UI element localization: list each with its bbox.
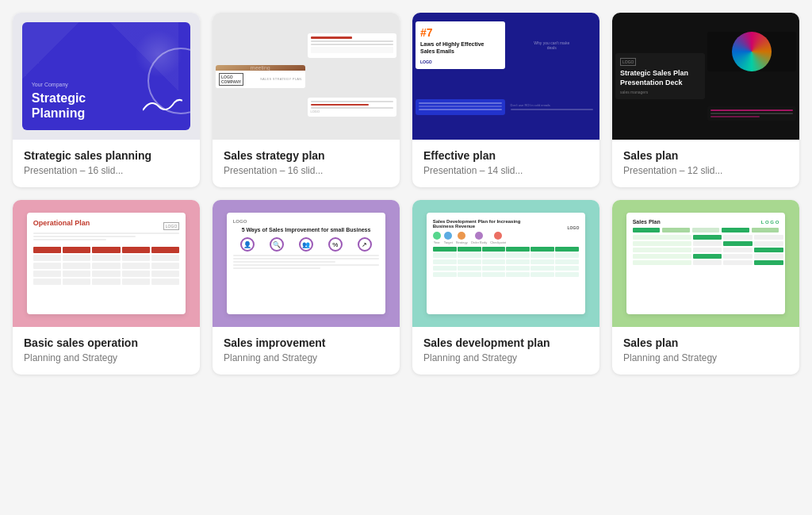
inner-doc: Operational Plan LOGO xyxy=(27,213,186,314)
card-info: Effective plan Presentation – 14 slid... xyxy=(412,140,599,187)
table-row xyxy=(33,279,180,285)
card-info: Sales plan Presentation – 12 slid... xyxy=(612,140,799,187)
sp-logo: L O G O xyxy=(761,220,779,225)
si-icon-2: 🔍 xyxy=(270,237,284,252)
table-row xyxy=(633,254,779,259)
side-text: Why you can't makedeals xyxy=(534,40,569,50)
table-row xyxy=(33,271,180,277)
op-logo: LOGO xyxy=(163,222,179,230)
si-desc-lines xyxy=(233,255,380,308)
card-title: Sales improvement xyxy=(224,336,389,349)
logo-placeholder: LOGOCOMPANY xyxy=(219,73,243,86)
table-row xyxy=(633,235,779,240)
thumbnail-sales-plan-dark: LOGO Strategic Sales PlanPresentation De… xyxy=(612,13,799,140)
sp-rows xyxy=(633,235,779,308)
side-slide-1 xyxy=(308,33,397,58)
card-subtitle: Presentation – 16 slid... xyxy=(224,165,389,176)
table-row xyxy=(433,253,580,258)
card-sales-development-plan[interactable]: Sales Development Plan for IncreasingBus… xyxy=(412,200,599,375)
dark-logo: LOGO xyxy=(620,58,636,66)
card-sales-plan-green[interactable]: Sales Plan L O G O xyxy=(612,200,799,375)
thumbnail-sales-strategy: meeting LOGOCOMPANY SALES STRATEGY PLAN … xyxy=(213,13,400,140)
si-title: 5 Ways of Sales Improvement for small Bu… xyxy=(233,227,380,233)
sd-icon-3: Strategy xyxy=(456,232,468,244)
sp-columns xyxy=(633,228,779,233)
orb-decoration xyxy=(732,32,772,71)
table-row xyxy=(433,266,580,271)
card-sales-plan-dark[interactable]: LOGO Strategic Sales PlanPresentation De… xyxy=(612,13,799,187)
si-icon-4: % xyxy=(328,237,343,252)
card-title: Effective plan xyxy=(423,149,588,162)
dark-title: Strategic Sales PlanPresentation Deck xyxy=(620,69,700,87)
slide-preview: Your Company StrategicPlanning xyxy=(22,22,190,130)
side-text-2: Don't use ROI in cold emails xyxy=(511,103,594,107)
si-icon-3: 👥 xyxy=(299,237,313,252)
sd-logo: LOGO xyxy=(568,225,580,230)
sd-table xyxy=(433,247,580,308)
slide-footer: LOGOCOMPANY SALES STRATEGY PLAN xyxy=(216,71,305,88)
inner-doc: Sales Development Plan for IncreasingBus… xyxy=(427,213,586,314)
card-title: Sales plan xyxy=(623,149,788,162)
thumbnail-effective: #7 Laws of Highly Effective Sales Emails… xyxy=(412,13,599,140)
si-icon-1: 👤 xyxy=(240,237,255,252)
template-grid: Your Company StrategicPlanning Strategic… xyxy=(13,13,799,375)
card-info: Sales strategy plan Presentation – 16 sl… xyxy=(213,140,400,187)
slide-photo: meeting xyxy=(216,65,305,71)
card-subtitle: Planning and Strategy xyxy=(623,352,788,363)
table-row xyxy=(633,241,779,246)
card-effective-plan[interactable]: #7 Laws of Highly Effective Sales Emails… xyxy=(412,13,599,187)
card-subtitle: Planning and Strategy xyxy=(24,352,189,363)
sd-icon-4: Order Body xyxy=(471,232,487,244)
sd-icon-2: Target xyxy=(444,232,453,244)
card-sales-strategy-plan[interactable]: meeting LOGOCOMPANY SALES STRATEGY PLAN … xyxy=(213,13,400,187)
dark-main-slide: LOGO Strategic Sales PlanPresentation De… xyxy=(615,53,705,99)
thumbnail-strategic: Your Company StrategicPlanning xyxy=(13,13,200,140)
thumbnail-sales-plan-green: Sales Plan L O G O xyxy=(612,200,799,327)
dark-side-1 xyxy=(707,32,797,71)
card-title: Sales plan xyxy=(623,336,788,349)
side-eff-1: Why you can't makedeals xyxy=(508,37,597,53)
sp-header: Sales Plan L O G O xyxy=(633,219,779,225)
eff-title: Laws of Highly Effective Sales Emails xyxy=(420,41,500,55)
card-subtitle: Presentation – 16 slid... xyxy=(24,165,189,176)
table-row xyxy=(633,260,779,265)
card-subtitle: Planning and Strategy xyxy=(224,352,389,363)
card-strategic-sales-planning[interactable]: Your Company StrategicPlanning Strategic… xyxy=(13,13,200,187)
sp-title: Sales Plan xyxy=(633,219,661,225)
card-subtitle: Planning and Strategy xyxy=(423,352,588,363)
thumbnail-sales-improvement: LOGO 5 Ways of Sales Improvement for sma… xyxy=(213,200,400,327)
card-info: Basic sales operation Planning and Strat… xyxy=(13,327,200,375)
table-row xyxy=(433,272,580,277)
table-row xyxy=(33,255,180,261)
table-row xyxy=(33,263,180,269)
card-title: Basic sales operation xyxy=(24,336,189,349)
logo-small: LOGO xyxy=(311,110,394,113)
sd-icon-5: Checkpoint xyxy=(490,232,506,244)
table-row xyxy=(433,259,580,264)
card-info: Sales improvement Planning and Strategy xyxy=(213,327,400,375)
side-eff-3: Don't use ROI in cold emails xyxy=(508,100,597,113)
inner-doc: LOGO 5 Ways of Sales Improvement for sma… xyxy=(227,213,386,314)
card-sales-improvement[interactable]: LOGO 5 Ways of Sales Improvement for sma… xyxy=(213,200,400,375)
card-info: Strategic sales planning Presentation – … xyxy=(13,140,200,187)
card-info: Sales development plan Planning and Stra… xyxy=(412,327,599,375)
thumbnail-basic-sales: Operational Plan LOGO xyxy=(13,200,200,327)
dark-side-2 xyxy=(707,106,797,121)
sd-icons: Year Target Strategy Order Body xyxy=(433,232,580,244)
main-eff-slide: #7 Laws of Highly Effective Sales Emails… xyxy=(416,21,505,69)
side-eff-2 xyxy=(416,99,505,115)
si-icons: 👤 🔍 👥 % ↗ xyxy=(233,237,380,252)
slide-label: SALES STRATEGY PLAN xyxy=(260,77,301,81)
dark-subtitle: sales managers xyxy=(620,90,700,94)
eff-number: #7 xyxy=(420,26,500,39)
card-basic-sales-operation[interactable]: Operational Plan LOGO xyxy=(13,200,200,375)
card-title: Strategic sales planning xyxy=(24,149,189,162)
si-icon-5: ↗ xyxy=(358,237,372,252)
thumbnail-sales-development: Sales Development Plan for IncreasingBus… xyxy=(412,200,599,327)
card-info: Sales plan Planning and Strategy xyxy=(612,327,799,375)
side-slide-2: LOGO xyxy=(308,98,397,117)
table-row xyxy=(633,248,779,252)
op-table xyxy=(33,247,180,286)
sd-icon-1: Year xyxy=(433,232,441,244)
inner-doc: Sales Plan L O G O xyxy=(626,213,786,314)
